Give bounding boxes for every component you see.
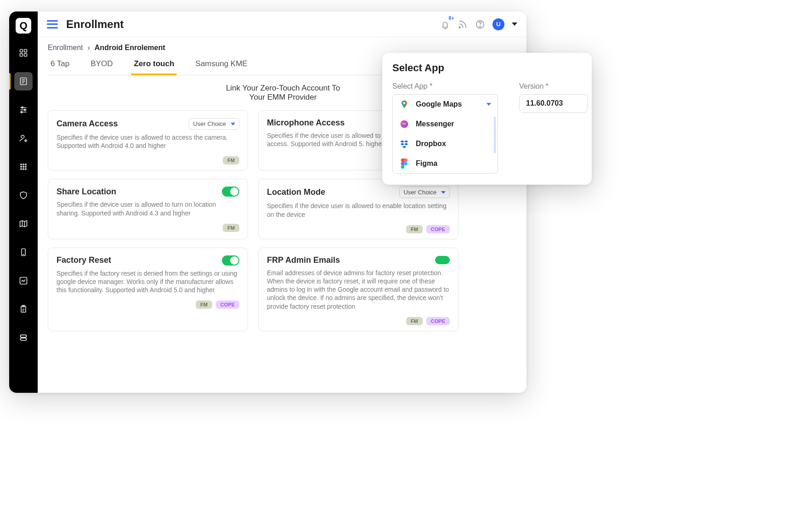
svg-point-14 [23, 166, 24, 168]
sidebar-grid-icon[interactable] [14, 158, 33, 176]
sidebar-sliders-icon[interactable] [14, 101, 33, 119]
svg-point-16 [21, 169, 22, 170]
sidebar: Q [9, 11, 38, 393]
sidebar-map-icon[interactable] [14, 215, 33, 233]
location-mode-select[interactable]: User Choice [399, 187, 450, 198]
app-option-messenger[interactable]: Messenger [393, 114, 498, 134]
svg-rect-2 [20, 54, 23, 57]
frp-toggle[interactable] [435, 256, 450, 264]
svg-point-11 [23, 164, 24, 165]
card-title: Location Mode [267, 187, 325, 197]
sidebar-analytics-icon[interactable] [14, 272, 33, 290]
dropdown-scrollbar[interactable] [494, 117, 496, 153]
factory-reset-toggle[interactable] [222, 255, 239, 266]
sidebar-shield-icon[interactable] [14, 186, 33, 204]
card-title: Share Location [57, 187, 116, 197]
avatar[interactable]: U [492, 18, 504, 30]
svg-point-30 [404, 162, 407, 165]
chevron-down-icon [441, 191, 446, 194]
header: Enrollment 8+ U [38, 11, 526, 37]
breadcrumb: Enrollment › Android Enrolement [48, 44, 518, 52]
svg-rect-1 [24, 50, 27, 52]
popover-title: Select App [392, 62, 582, 74]
share-location-toggle[interactable] [222, 187, 239, 197]
svg-point-17 [23, 169, 24, 170]
select-app-popover: Select App Select App * Google Maps [382, 53, 592, 185]
svg-point-25 [459, 27, 460, 28]
svg-point-28 [403, 102, 406, 104]
card-desc: Specifies if the device user is allowed … [267, 202, 450, 218]
sidebar-dashboard-icon[interactable] [14, 44, 33, 62]
chevron-down-icon [487, 103, 491, 106]
app-option-selected[interactable]: Google Maps [393, 95, 498, 114]
select-value: User Choice [403, 189, 436, 196]
logo[interactable]: Q [16, 18, 31, 34]
chevron-down-icon [231, 123, 235, 125]
svg-point-10 [21, 164, 22, 165]
card-frp-admin: FRP Admin Emails Email addresses of devi… [258, 248, 458, 331]
notification-badge: 8+ [449, 16, 454, 21]
bell-icon[interactable]: 8+ [440, 19, 450, 29]
breadcrumb-current: Android Enrolement [95, 44, 165, 52]
chip-fm: FM [223, 224, 239, 232]
app-select-label: Select App * [392, 82, 498, 91]
card-camera-access: Camera Access User Choice Specifies if t… [48, 110, 248, 170]
card-title: FRP Admin Emails [267, 255, 340, 265]
sidebar-enrollment-icon[interactable] [14, 72, 33, 91]
svg-point-12 [25, 164, 27, 165]
google-maps-icon [399, 99, 409, 109]
card-location-mode: Location Mode User Choice Specifies if t… [258, 179, 458, 239]
menu-icon[interactable] [47, 20, 58, 28]
card-desc: Specifies if the device user is allowed … [57, 200, 239, 217]
card-share-location: Share Location Specifies if the device u… [48, 179, 248, 239]
tab-6tap[interactable]: 6 Tap [48, 55, 72, 75]
figma-icon [399, 158, 409, 169]
chip-fm: FM [196, 300, 212, 309]
chip-cope: COPE [426, 317, 450, 325]
svg-point-9 [25, 140, 26, 141]
app-option-dropbox[interactable]: Dropbox [393, 134, 498, 153]
help-icon[interactable] [475, 19, 485, 29]
app-name: Google Maps [416, 100, 462, 108]
dropbox-icon [399, 139, 409, 149]
sidebar-user-settings-icon[interactable] [14, 129, 33, 147]
app-name: Messenger [416, 120, 454, 128]
app-select[interactable]: Google Maps Messenger Dropbox [392, 94, 498, 174]
card-title: Microphone Access [267, 118, 345, 128]
svg-rect-0 [20, 50, 23, 52]
svg-rect-23 [20, 335, 26, 337]
chevron-down-icon[interactable] [512, 23, 517, 26]
card-desc: Specifies if the device user is allowed … [57, 133, 239, 150]
chevron-right-icon: › [87, 44, 90, 52]
camera-select[interactable]: User Choice [189, 118, 239, 130]
version-label: Version * [519, 82, 588, 91]
svg-rect-24 [20, 338, 26, 340]
card-title: Camera Access [57, 119, 118, 129]
messenger-icon [399, 119, 409, 129]
rss-icon[interactable] [458, 19, 468, 29]
tab-zero-touch[interactable]: Zero touch [131, 55, 177, 75]
svg-point-15 [25, 166, 27, 168]
chip-cope: COPE [426, 225, 450, 233]
app-name: Dropbox [416, 140, 446, 148]
svg-point-27 [480, 26, 481, 27]
chip-fm: FM [406, 317, 423, 325]
card-factory-reset: Factory Reset Specifies if the factory r… [48, 248, 248, 331]
card-desc: Specifies if the factory reset is denied… [57, 269, 239, 294]
svg-point-18 [25, 169, 27, 170]
sidebar-device-icon[interactable] [14, 243, 33, 261]
chip-fm: FM [406, 225, 423, 233]
chip-fm: FM [223, 156, 239, 164]
select-value: User Choice [193, 120, 226, 127]
svg-point-8 [21, 135, 24, 138]
card-title: Factory Reset [57, 255, 111, 265]
tab-samsung-kme[interactable]: Samsung KME [192, 55, 250, 75]
app-option-figma[interactable]: Figma [393, 153, 498, 173]
version-field[interactable]: 11.60.0703 [519, 94, 588, 113]
app-name: Figma [416, 159, 437, 168]
chip-cope: COPE [216, 300, 239, 309]
breadcrumb-root[interactable]: Enrollment [48, 44, 83, 52]
tab-byod[interactable]: BYOD [88, 55, 115, 75]
sidebar-server-icon[interactable] [14, 328, 33, 347]
sidebar-clipboard-icon[interactable] [14, 300, 33, 318]
